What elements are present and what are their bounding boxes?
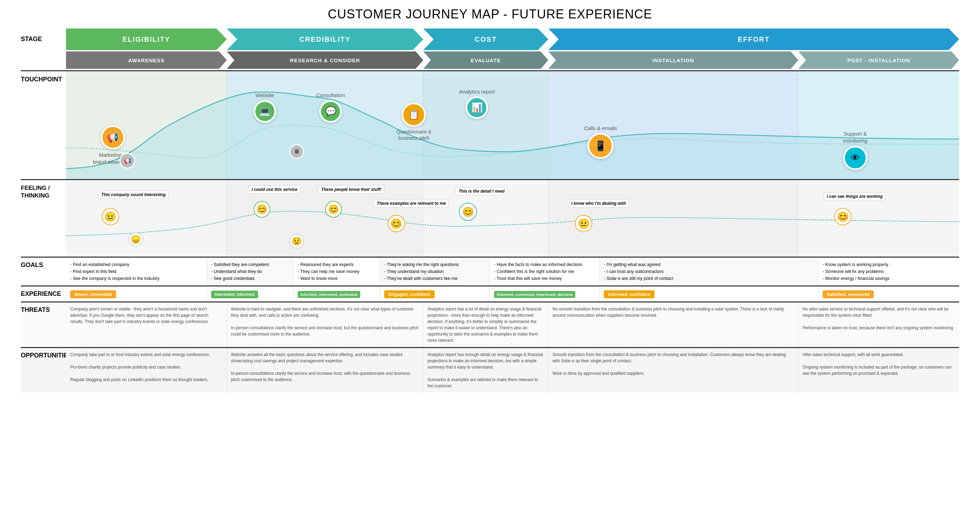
goals-post: - Know system is working properly - Some… [818,258,959,286]
experience-section: EXPERIENCE Aware, interested Interested,… [21,286,959,302]
opps-post: After-sales technical support, with all … [798,348,959,393]
tp-consultation: Consultation 💬 [316,92,345,123]
sub-stage-awareness: AWARENESS [66,51,227,69]
page: CUSTOMER JOURNEY MAP - FUTURE EXPERIENCE… [0,0,980,399]
bubble-could-use: I could use this service [248,185,301,194]
feeling-research-1: 😊 I could use this service [254,201,270,218]
exp-awareness: Aware, interested [66,287,207,301]
bubble-detail: This is the detail I need [455,187,508,195]
goals-content: - Find an established company - Find exp… [66,258,959,286]
stage-cost: COST [423,29,548,50]
exp-questionnaire: Engaged, confident [380,287,490,301]
threats-content: Company aren't known or visible - they a… [66,303,959,347]
feeling-installation: 😐 I know who I'm dealing with [575,215,592,232]
tp-analytics: Analytics report 📊 [459,89,495,119]
feeling-awareness: 😐 This company sound Interesting [102,208,119,225]
feeling-awareness-neg: 😞 [129,232,143,247]
sub-stage-post: POST - INSTALLATION [798,51,959,69]
title-bold: CUSTOMER JOURNEY MAP [328,7,499,21]
sub-stage-row: AWARENESS RESEARCH & CONSIDER EVALUATE I… [21,51,959,69]
threats-evaluate: Analytics report has a lot of detail on … [423,303,548,347]
feeling-questionnaire: 😊 These examples are relevant to me [388,215,405,232]
bubble-dealing: I know who I'm dealing with [568,199,629,207]
tp-website: Website 💻 [254,92,276,123]
title-light: - FUTURE EXPERIENCE [500,7,652,21]
feeling-research-neg: 😟 [290,234,304,249]
exp-research-1: Interested, Informed [207,287,294,301]
opps-research: Website answers all the basic questions … [227,348,423,393]
tp-support: Support &monitoring 👁 [843,130,867,170]
experience-label: EXPERIENCE [21,287,66,302]
feeling-post: 😊 I can see things are working [834,208,851,225]
tp-questionnaire: 📋 Questionnaire &business pitch [396,102,431,141]
bubble-see-things: I can see things are working [824,192,886,201]
exp-research-2: Informed, interested, motivated [294,287,380,301]
feelings-label: FEELING /THINKING [21,180,66,257]
goals-research-1: - Satisfied they are competent - Underst… [207,258,294,286]
opportunities-content: Company take part in or host industry ev… [66,348,959,393]
feelings-section: FEELING /THINKING 😐 This company sound I… [21,179,959,257]
stage-credibility: CREDIBILITY [227,29,423,50]
touchpoint-label: TOUCHPOINT [21,71,66,179]
stage-label: STAGE [21,32,66,46]
feeling-evaluate: 😊 This is the detail I need [459,203,477,221]
sub-stage-research: RESEARCH & CONSIDER [227,51,423,69]
feelings-content: 😐 This company sound Interesting 😞 😊 I c… [66,180,959,257]
bubble-examples: These examples are relevant to me [374,199,449,207]
threats-section: THREATS Company aren't known or visible … [21,302,959,347]
opportunities-label: OPPORTUNITIES [21,348,66,393]
goals-awareness: - Find an established company - Find exp… [66,258,207,286]
goals-evaluate: - Have the facts to make an informed dec… [490,258,600,286]
threats-label: THREATS [21,303,66,347]
threats-awareness: Company aren't known or visible - they a… [66,303,227,347]
sub-stage-evaluate: EVALUATE [423,51,548,69]
goals-research-2: - Reassured they are experts - They can … [294,258,380,286]
opportunities-section: OPPORTUNITIES Company take part in or ho… [21,347,959,393]
tp-calls: Calls & emails 📱 [584,125,617,159]
bubble-interesting: This company sound Interesting [98,190,169,199]
opps-evaluate: Analytics report has enough detail on en… [423,348,548,393]
sub-stage-installation: INSTALLATION [548,51,798,69]
opps-installation: Smooth transition from the consultation … [548,348,798,393]
touchpoint-content: 📢 Marketing &brand awareness 📢 Website 💻… [66,71,959,179]
exp-installation: Informed, confident [600,287,818,301]
touchpoint-section: TOUCHPOINT 📢 Marketing &brand awareness [21,70,959,179]
threats-research: Website is hard to navigate, and there a… [227,303,423,347]
stage-effort: EFFORT [548,29,959,50]
goals-questionnaire: - They're asking me the right questions … [380,258,490,286]
goals-section: GOALS - Find an established company - Fi… [21,257,959,286]
opps-awareness: Company take part in or host industry ev… [66,348,227,393]
threats-installation: No smooth transition from the consultati… [548,303,798,347]
experience-content: Aware, interested Interested, Informed I… [66,287,959,302]
feelings-curve [66,180,959,257]
journey-curve [66,71,959,179]
bubble-know-stuff: These people know their stuff! [318,185,385,194]
feeling-research-2: 😊 These people know their stuff! [325,201,342,218]
tp-small-1: 📢 [119,153,135,169]
stage-eligibility: ELIGIBILITY [66,29,227,50]
page-title: CUSTOMER JOURNEY MAP - FUTURE EXPERIENCE [21,7,959,22]
goals-label: GOALS [21,258,66,286]
stage-row: STAGE ELIGIBILITY CREDIBILITY COST EFFOR… [21,29,959,50]
goals-installation: - I'm getting what was agreed - I can tr… [600,258,818,286]
tp-small-2: 🖥 [290,144,304,159]
exp-post: Satisfied, reassured [818,287,959,301]
exp-evaluate: Informed, convinced, impressed, decisive [490,287,600,301]
threats-post: No after-sales service or technical supp… [798,303,959,347]
